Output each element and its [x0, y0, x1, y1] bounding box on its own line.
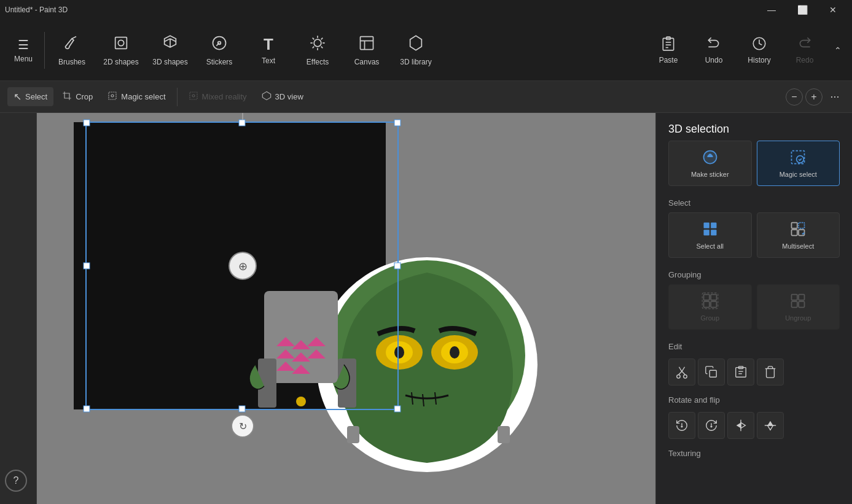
- svg-point-73: [708, 153, 711, 157]
- toolbar-3d-library[interactable]: 3D library: [391, 26, 440, 75]
- crop-tool[interactable]: Crop: [56, 87, 99, 106]
- mixed-reality-icon: [189, 91, 198, 103]
- close-button[interactable]: ✕: [819, 0, 847, 20]
- magic-select-panel-button[interactable]: Magic select: [757, 141, 840, 186]
- redo-button[interactable]: Redo: [783, 26, 826, 75]
- svg-line-13: [313, 46, 315, 48]
- svg-rect-62: [239, 406, 245, 412]
- stickers-icon: [211, 34, 228, 55]
- paste-button[interactable]: Paste: [647, 26, 690, 75]
- svg-text:⊕: ⊕: [238, 260, 248, 273]
- svg-rect-63: [394, 406, 401, 412]
- select-tool[interactable]: ↖ Select: [7, 87, 53, 106]
- svg-rect-58: [394, 120, 401, 126]
- ungroup-button[interactable]: Ungroup: [757, 284, 840, 330]
- brushes-label: Brushes: [58, 58, 85, 66]
- toolbar-3d-shapes[interactable]: 3D shapes: [146, 26, 195, 75]
- svg-line-95: [679, 371, 682, 375]
- svg-rect-23: [109, 92, 116, 99]
- menu-button[interactable]: ☰ Menu: [5, 26, 42, 75]
- make-sticker-label: Make sticker: [691, 171, 729, 178]
- paste-edit-button[interactable]: [727, 359, 754, 386]
- delete-button[interactable]: [757, 359, 784, 386]
- group-button[interactable]: Group: [668, 284, 752, 330]
- history-button[interactable]: History: [738, 26, 781, 75]
- svg-point-107: [711, 426, 712, 427]
- cut-button[interactable]: [668, 359, 695, 386]
- titlebar-controls: — ⬜ ✕: [757, 0, 847, 20]
- redo-label: Redo: [796, 56, 814, 64]
- svg-line-12: [321, 37, 323, 39]
- paste-icon: [660, 36, 676, 53]
- svg-rect-99: [709, 370, 716, 377]
- more-options-button[interactable]: ···: [825, 87, 845, 107]
- multiselect-button[interactable]: Multiselect: [757, 212, 840, 258]
- svg-line-11: [321, 46, 323, 48]
- 3d-view-tool[interactable]: 3D view: [256, 87, 310, 106]
- edit-section-title: Edit: [656, 335, 852, 356]
- canvas-label: Canvas: [354, 58, 380, 66]
- toolbar-2d-shapes[interactable]: 2D shapes: [96, 26, 146, 75]
- svg-line-98: [679, 367, 682, 371]
- minimize-button[interactable]: —: [757, 0, 786, 20]
- toolbar-brushes[interactable]: Brushes: [47, 26, 96, 75]
- flip-vertical-button[interactable]: [757, 412, 784, 439]
- canvas-area[interactable]: ⟳ ↻ ⊕: [37, 113, 655, 504]
- flip-horizontal-button[interactable]: [727, 412, 754, 439]
- svg-rect-83: [799, 230, 804, 235]
- titlebar-title: Untitled* - Paint 3D: [5, 6, 68, 14]
- select-all-button[interactable]: Select all: [668, 212, 752, 258]
- maximize-button[interactable]: ⬜: [788, 0, 816, 20]
- mixed-reality-tool[interactable]: Mixed reality: [182, 87, 253, 106]
- help-button[interactable]: ?: [5, 470, 27, 492]
- group-label: Group: [700, 314, 719, 322]
- make-sticker-icon: [702, 149, 719, 167]
- left-tools: ?: [0, 113, 37, 504]
- crop-label: Crop: [76, 92, 93, 101]
- svg-line-10: [313, 37, 315, 39]
- svg-rect-87: [711, 301, 716, 307]
- magic-select-panel-icon: [789, 149, 807, 167]
- svg-rect-39: [498, 426, 510, 443]
- toolbar-collapse-btn[interactable]: ⌃: [829, 26, 847, 75]
- mixed-reality-label: Mixed reality: [202, 92, 247, 101]
- collapse-icon: ⌃: [834, 45, 842, 55]
- effects-label: Effects: [307, 58, 329, 66]
- toolbar-canvas[interactable]: Canvas: [342, 26, 391, 75]
- magic-select-icon: [107, 91, 117, 103]
- toolbar-effects[interactable]: Effects: [293, 26, 342, 75]
- svg-rect-84: [703, 295, 709, 300]
- history-label: History: [748, 56, 770, 64]
- select-icon: ↖: [14, 91, 21, 103]
- 2d-shapes-label: 2D shapes: [103, 58, 138, 66]
- undo-button[interactable]: Undo: [692, 26, 735, 75]
- select-section-title: Select: [656, 191, 852, 212]
- toolbar-text[interactable]: T Text: [244, 26, 293, 75]
- make-sticker-button[interactable]: Make sticker: [668, 141, 752, 186]
- rotate-left-button[interactable]: [668, 412, 695, 439]
- select-buttons: Select all Multiselect: [656, 212, 852, 263]
- magic-select-tool[interactable]: Magic select: [101, 87, 171, 106]
- svg-marker-109: [737, 422, 741, 428]
- 3d-view-icon: [262, 91, 272, 103]
- zoom-out-button[interactable]: −: [786, 88, 803, 106]
- svg-rect-38: [347, 426, 359, 443]
- svg-point-5: [314, 39, 321, 47]
- toolbar-stickers[interactable]: Stickers: [195, 26, 244, 75]
- edit-buttons: [656, 356, 852, 388]
- copy-button[interactable]: [698, 359, 725, 386]
- zoom-in-button[interactable]: +: [805, 88, 823, 106]
- svg-rect-82: [792, 230, 797, 235]
- menu-icon: ☰: [18, 37, 29, 52]
- svg-marker-27: [262, 91, 270, 99]
- text-icon: T: [264, 35, 273, 54]
- rotate-right-button[interactable]: [698, 412, 725, 439]
- svg-line-0: [72, 36, 76, 39]
- panel-title: 3D selection: [656, 113, 852, 141]
- multiselect-icon: [789, 220, 807, 239]
- svg-rect-88: [702, 293, 718, 309]
- svg-rect-91: [792, 301, 797, 307]
- svg-text:↻: ↻: [239, 421, 247, 432]
- svg-point-36: [394, 346, 404, 359]
- magic-select-panel-label: Magic select: [780, 171, 817, 178]
